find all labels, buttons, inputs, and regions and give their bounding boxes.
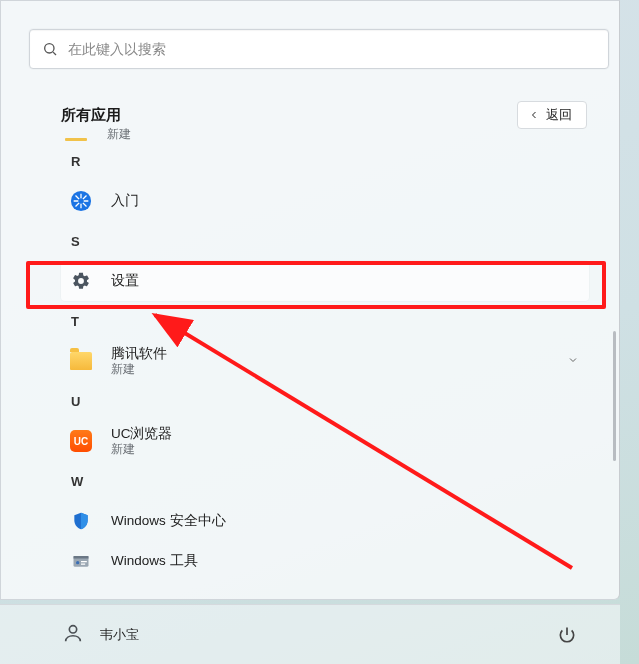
list-item[interactable]: UC UC浏览器 新建 <box>61 421 589 461</box>
annotation-highlight <box>26 261 606 309</box>
app-list: 新建 R 入门 S 设置 T 腾讯软件 新建 U UC <box>61 129 589 581</box>
tools-icon <box>69 549 93 573</box>
list-item[interactable]: Windows 工具 <box>61 541 589 581</box>
svg-point-0 <box>45 44 54 53</box>
app-sublabel: 新建 <box>107 128 131 141</box>
letter-header-u[interactable]: U <box>61 381 589 421</box>
app-sublabel: 新建 <box>111 443 173 456</box>
get-started-icon <box>69 189 93 213</box>
search-box[interactable] <box>29 29 609 69</box>
letter-header-w[interactable]: W <box>61 461 589 501</box>
letter-header-r[interactable]: R <box>61 141 589 181</box>
scrollbar-thumb[interactable] <box>613 331 616 461</box>
app-label: UC浏览器 <box>111 426 173 442</box>
svg-rect-7 <box>81 561 87 562</box>
uc-browser-icon: UC <box>69 429 93 453</box>
app-label: 腾讯软件 <box>111 346 167 362</box>
search-icon <box>42 41 58 57</box>
power-button[interactable] <box>554 622 580 648</box>
app-sublabel: 新建 <box>111 363 167 376</box>
folder-strip-icon <box>65 138 87 141</box>
power-icon <box>557 625 577 645</box>
svg-point-3 <box>78 198 84 204</box>
letter-header-s[interactable]: S <box>61 221 589 261</box>
user-name[interactable]: 韦小宝 <box>100 626 139 644</box>
back-button[interactable]: 返回 <box>517 101 587 129</box>
list-item[interactable]: 腾讯软件 新建 <box>61 341 589 381</box>
svg-rect-8 <box>81 564 85 565</box>
svg-point-6 <box>76 561 79 564</box>
list-item[interactable]: 入门 <box>61 181 589 221</box>
svg-rect-5 <box>74 556 89 559</box>
all-apps-title: 所有应用 <box>61 106 121 125</box>
search-input[interactable] <box>68 41 596 57</box>
svg-line-1 <box>53 52 56 55</box>
chevron-down-icon <box>567 352 579 370</box>
app-label: Windows 安全中心 <box>111 513 226 529</box>
app-label: 入门 <box>111 193 139 209</box>
svg-point-9 <box>69 625 76 632</box>
user-bar: 韦小宝 <box>0 604 620 664</box>
user-avatar-icon[interactable] <box>62 622 84 648</box>
folder-icon <box>69 349 93 373</box>
chevron-left-icon <box>528 109 540 121</box>
app-label: Windows 工具 <box>111 553 198 569</box>
list-item[interactable]: Windows 安全中心 <box>61 501 589 541</box>
list-item[interactable]: 新建 <box>61 129 589 141</box>
shield-icon <box>69 509 93 533</box>
back-label: 返回 <box>546 106 572 124</box>
